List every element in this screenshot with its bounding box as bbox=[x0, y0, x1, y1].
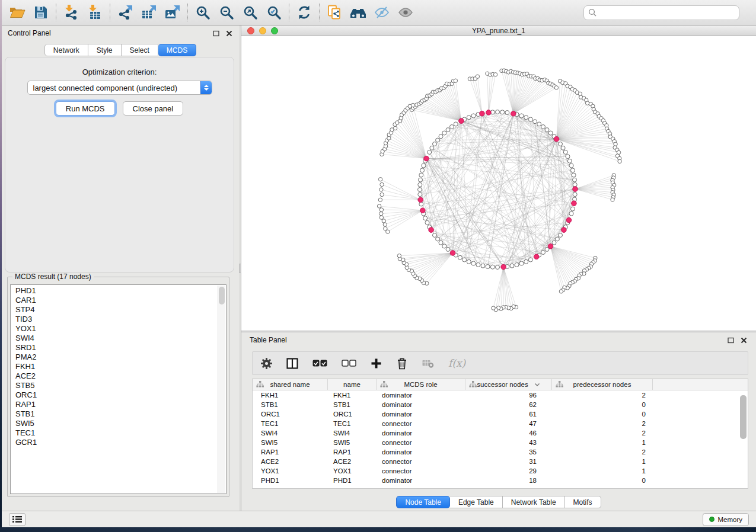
mcds-result-item[interactable]: TEC1 bbox=[15, 428, 218, 438]
criterion-dropdown[interactable]: largest connected component (undirected) bbox=[27, 81, 212, 95]
table-row[interactable]: ORC1ORC1dominator610 bbox=[253, 409, 748, 419]
cell-successor-nodes[interactable]: 31 bbox=[465, 458, 552, 465]
table-row[interactable]: ACE2ACE2connector311 bbox=[253, 457, 748, 466]
zoom-fit-button[interactable] bbox=[238, 2, 262, 23]
mcds-hub-node[interactable] bbox=[459, 118, 464, 124]
network-node[interactable] bbox=[537, 122, 541, 126]
cell-MCDS-role[interactable]: dominator bbox=[377, 411, 465, 418]
clone-network-button[interactable] bbox=[323, 2, 346, 23]
cell-MCDS-role[interactable]: dominator bbox=[377, 477, 465, 484]
network-node[interactable] bbox=[572, 173, 576, 177]
network-node[interactable] bbox=[462, 258, 467, 262]
network-node[interactable] bbox=[541, 125, 546, 129]
show-columns-button[interactable] bbox=[286, 358, 298, 369]
zoom-selected-button[interactable] bbox=[262, 2, 286, 23]
import-network-button[interactable] bbox=[59, 2, 83, 23]
network-node[interactable] bbox=[393, 126, 397, 130]
network-node[interactable] bbox=[379, 216, 383, 219]
cell-shared-name[interactable]: TEC1 bbox=[253, 420, 328, 427]
network-node[interactable] bbox=[378, 198, 382, 201]
mcds-result-item[interactable]: SWI4 bbox=[15, 334, 218, 343]
mcds-result-item[interactable]: CAR1 bbox=[15, 296, 218, 305]
mcds-result-item[interactable]: ACE2 bbox=[15, 371, 218, 381]
network-node[interactable] bbox=[439, 134, 443, 139]
network-node[interactable] bbox=[519, 261, 524, 265]
network-node[interactable] bbox=[561, 146, 565, 150]
network-node[interactable] bbox=[570, 207, 575, 211]
cell-predecessor-nodes[interactable]: 2 bbox=[552, 392, 653, 399]
mcds-result-item[interactable]: RAP1 bbox=[15, 400, 218, 409]
table-row[interactable]: TEC1TEC1connector472 bbox=[253, 419, 748, 428]
export-table-button[interactable] bbox=[137, 2, 161, 23]
cell-name[interactable]: SWI4 bbox=[328, 430, 377, 437]
show-all-button[interactable] bbox=[394, 2, 417, 23]
network-node[interactable] bbox=[559, 233, 563, 238]
network-node[interactable] bbox=[418, 193, 422, 197]
network-node[interactable] bbox=[524, 116, 528, 120]
tab-motifs[interactable]: Motifs bbox=[565, 496, 601, 508]
network-node[interactable] bbox=[419, 173, 423, 177]
import-table-button[interactable] bbox=[83, 2, 107, 23]
network-node[interactable] bbox=[545, 128, 549, 132]
zoom-out-button[interactable] bbox=[215, 2, 238, 23]
cell-MCDS-role[interactable]: connector bbox=[377, 467, 465, 475]
cell-name[interactable]: YOX1 bbox=[328, 467, 377, 475]
network-node[interactable] bbox=[569, 164, 573, 168]
cell-predecessor-nodes[interactable]: 0 bbox=[552, 411, 653, 418]
hide-selected-button[interactable] bbox=[370, 2, 394, 23]
first-neighbors-button[interactable] bbox=[346, 2, 370, 23]
network-node[interactable] bbox=[419, 202, 423, 206]
mcds-hub-node[interactable] bbox=[548, 243, 553, 249]
network-node[interactable] bbox=[411, 103, 414, 107]
mcds-hub-node[interactable] bbox=[573, 187, 578, 192]
network-node[interactable] bbox=[552, 241, 556, 245]
network-node[interactable] bbox=[524, 259, 528, 264]
mcds-hub-node[interactable] bbox=[554, 136, 559, 142]
float-panel-icon[interactable] bbox=[727, 336, 735, 344]
network-node[interactable] bbox=[383, 223, 387, 226]
delete-column-button[interactable] bbox=[396, 357, 408, 370]
network-node[interactable] bbox=[433, 233, 437, 238]
mcds-hub-node[interactable] bbox=[501, 264, 506, 270]
cell-successor-nodes[interactable]: 62 bbox=[465, 401, 552, 408]
mcds-hub-node[interactable] bbox=[566, 217, 572, 223]
network-node[interactable] bbox=[496, 110, 500, 114]
column-header-successor-nodes[interactable]: successor nodes bbox=[465, 379, 552, 390]
close-panel-button[interactable]: Close panel bbox=[123, 101, 184, 116]
mcds-result-item[interactable]: TID3 bbox=[15, 315, 218, 324]
network-node[interactable] bbox=[519, 114, 524, 118]
network-node[interactable] bbox=[420, 168, 425, 172]
export-network-button[interactable] bbox=[113, 2, 137, 23]
network-node[interactable] bbox=[492, 306, 495, 310]
close-panel-icon[interactable] bbox=[225, 30, 233, 37]
delete-table-button-disabled[interactable] bbox=[422, 358, 434, 368]
network-node[interactable] bbox=[476, 262, 480, 267]
network-node[interactable] bbox=[471, 261, 476, 265]
save-session-button[interactable] bbox=[29, 2, 53, 23]
tab-mcds[interactable]: MCDS bbox=[158, 44, 196, 56]
table-row[interactable]: SWI4SWI4dominator462 bbox=[253, 428, 748, 438]
cell-name[interactable]: SWI5 bbox=[328, 439, 377, 446]
float-panel-icon[interactable] bbox=[212, 30, 220, 37]
tab-select[interactable]: Select bbox=[122, 44, 158, 56]
network-node[interactable] bbox=[573, 193, 577, 197]
network-node[interactable] bbox=[510, 264, 514, 268]
cell-successor-nodes[interactable]: 29 bbox=[465, 467, 552, 475]
tab-network-table[interactable]: Network Table bbox=[503, 496, 565, 508]
network-node[interactable] bbox=[446, 128, 450, 132]
network-node[interactable] bbox=[439, 241, 443, 245]
cell-shared-name[interactable]: YOX1 bbox=[253, 467, 328, 475]
cell-name[interactable]: FKH1 bbox=[328, 392, 377, 399]
show-panels-button[interactable] bbox=[9, 513, 25, 526]
cell-shared-name[interactable]: STB1 bbox=[253, 401, 328, 408]
mcds-hub-node[interactable] bbox=[450, 251, 455, 256]
cell-shared-name[interactable]: ORC1 bbox=[253, 411, 328, 418]
column-header-name[interactable]: name bbox=[328, 379, 377, 390]
network-node[interactable] bbox=[430, 146, 434, 150]
open-session-button[interactable] bbox=[5, 2, 29, 23]
table-row[interactable]: PHD1PHD1dominator180 bbox=[253, 476, 748, 485]
network-node[interactable] bbox=[433, 142, 437, 146]
cell-shared-name[interactable]: FKH1 bbox=[253, 392, 328, 399]
cell-MCDS-role[interactable]: connector bbox=[377, 458, 465, 465]
deselect-all-rows-button[interactable] bbox=[342, 358, 356, 368]
